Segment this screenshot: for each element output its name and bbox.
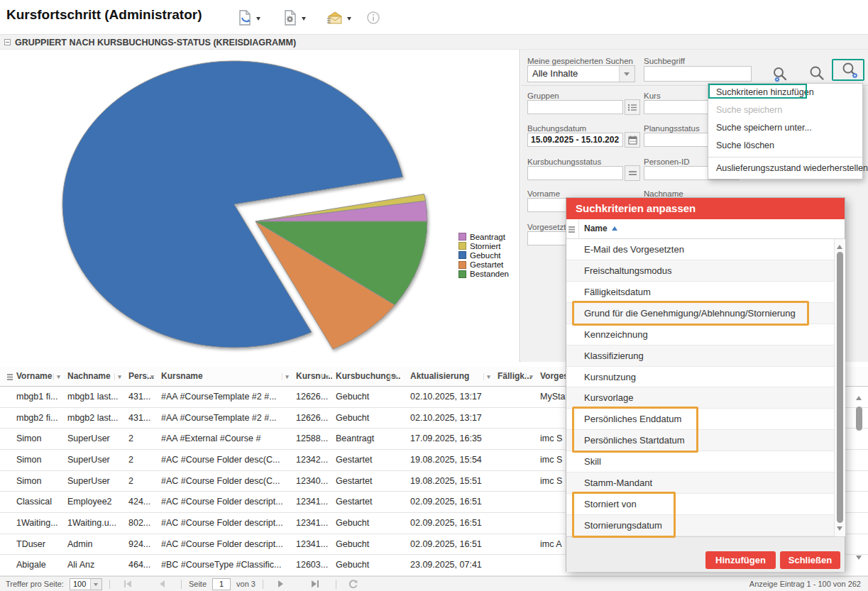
info-icon[interactable]: [366, 11, 383, 28]
table-cell: 12341...: [292, 534, 332, 555]
criteria-item-skill[interactable]: Skill: [566, 451, 834, 473]
drag-handle-icon[interactable]: [566, 219, 579, 239]
modal-scrollbar[interactable]: [834, 239, 845, 536]
criteria-item-storniert-von[interactable]: Storniert von: [566, 494, 834, 515]
filter-icon[interactable]: ▾: [53, 373, 63, 380]
next-page-icon[interactable]: [278, 580, 285, 588]
table-cell: Gestartet: [332, 492, 400, 512]
highlight-frame: [708, 84, 807, 99]
menu-item-suche-speichern-unter[interactable]: Suche speichern unter...: [708, 119, 862, 137]
table-cell: #AA #External #Course #: [158, 429, 292, 449]
saved-searches-select[interactable]: Alle Inhalte: [527, 65, 635, 82]
legend-label: Gebucht: [470, 251, 500, 260]
criteria-item-persönliches-startdatum[interactable]: Persönliches Startdatum: [566, 430, 834, 451]
table-menu-icon[interactable]: [0, 367, 13, 386]
table-scrollbar[interactable]: [853, 390, 864, 568]
filter-icon[interactable]: ▾: [322, 373, 331, 380]
menu-item-suchkriterien-hinzufügen[interactable]: Suchkriterien hinzufügen: [708, 84, 862, 101]
column-header-vorname[interactable]: Vorname▾: [13, 367, 64, 386]
criteria-item-kursnutzung[interactable]: Kursnutzung: [566, 367, 834, 388]
document-settings-icon[interactable]: [282, 9, 299, 26]
criteria-label: Kursvorlage: [584, 392, 633, 403]
search-icon[interactable]: [808, 65, 826, 83]
list-icon[interactable]: [625, 99, 640, 115]
filter-icon[interactable]: ▾: [390, 373, 400, 380]
criteria-label: Kursnutzung: [584, 372, 636, 382]
criteria-item-klassifizierung[interactable]: Klassifizierung: [566, 346, 834, 367]
refresh-icon[interactable]: [348, 579, 358, 590]
criteria-item-e-mail-des-vorgesetzten[interactable]: E-Mail des Vorgesetzten: [566, 239, 834, 260]
criteria-item-stornierungsdatum[interactable]: Stornierungsdatum: [566, 515, 834, 536]
page-number-input[interactable]: [212, 578, 231, 590]
legend-item-bestanden: Bestanden: [458, 270, 509, 279]
criteria-item-stamm-mandant[interactable]: Stamm-Mandant: [566, 473, 834, 494]
criteria-item-persönliches-enddatum[interactable]: Persönliches Enddatum: [566, 409, 834, 430]
filter-icon[interactable]: ▾: [114, 373, 124, 380]
filter-icon[interactable]: ▾: [483, 373, 493, 380]
saved-searches-label: Meine gespeicherten Suchen: [527, 57, 633, 65]
scroll-up-icon[interactable]: [837, 242, 842, 249]
column-header-fälligk[interactable]: Fälligk...▾: [494, 367, 537, 386]
menu-separator: [708, 157, 862, 158]
scroll-down-icon[interactable]: [856, 556, 862, 563]
filter-icon[interactable]: ▾: [526, 373, 536, 380]
criteria-item-kursvorlage[interactable]: Kursvorlage: [566, 387, 834, 409]
chevron-down-icon[interactable]: [619, 66, 634, 82]
mail-menu-caret[interactable]: [347, 17, 351, 23]
per-page-select[interactable]: 100: [70, 578, 102, 590]
criteria-label: Persönliches Enddatum: [584, 414, 681, 424]
field-label-kurs: Kurs: [644, 92, 661, 100]
add-button[interactable]: Hinzufügen: [705, 551, 776, 569]
name-column-header[interactable]: Name: [584, 223, 617, 233]
chart-legend: BeantragtStorniertGebuchtGestartetBestan…: [458, 232, 509, 279]
buchungsdatum-input[interactable]: [527, 133, 623, 147]
criteria-item-kennzeichnung[interactable]: Kennzeichnung: [566, 324, 834, 346]
search-settings-icon[interactable]: [771, 65, 789, 84]
field-label-vorgesetzt: Vorgesetzt: [527, 223, 566, 231]
search-term-label: Suchbegriff: [644, 57, 685, 65]
section-bar: GRUPPIERT NACH KURSBUCHUNGS-STATUS (KREI…: [0, 34, 868, 50]
criteria-item-freischaltungsmodus[interactable]: Freischaltungsmodus: [566, 260, 834, 282]
criteria-label: Skill: [584, 456, 601, 467]
chevron-down-icon[interactable]: [90, 579, 101, 590]
scrollbar-thumb[interactable]: [856, 407, 862, 431]
gruppen-input[interactable]: [527, 100, 623, 114]
calendar-icon[interactable]: [625, 132, 640, 148]
scroll-up-icon[interactable]: [856, 393, 862, 400]
filter-icon[interactable]: ▾: [282, 373, 292, 380]
criteria-item-fälligkeitsdatum[interactable]: Fälligkeitsdatum: [566, 282, 834, 303]
row-gutter: [0, 408, 13, 429]
kursbuchungsstatus-input[interactable]: [527, 166, 623, 180]
table-cell: Gebucht: [332, 387, 400, 407]
column-header-kursbuchungs[interactable]: Kursbuchungs...▾: [332, 367, 400, 386]
menu-item-suche-löschen[interactable]: Suche löschen: [708, 137, 862, 155]
criteria-label: Stamm-Mandant: [584, 477, 652, 488]
equals-icon[interactable]: [625, 165, 640, 181]
criteria-label: Persönliches Startdatum: [584, 435, 685, 446]
table-cell: TDuser: [13, 534, 64, 555]
table-cell: SuperUser: [64, 429, 125, 449]
document-settings-menu-caret[interactable]: [302, 17, 306, 23]
table-cell: mbgb1 last...: [64, 387, 125, 407]
search-term-input[interactable]: [644, 66, 752, 82]
close-button[interactable]: Schließen: [780, 551, 840, 569]
column-header-kursname[interactable]: Kursname▾: [158, 367, 292, 386]
table-cell: 424...: [125, 492, 158, 512]
column-header-nachname[interactable]: Nachname▾: [64, 367, 125, 386]
table-cell: #AA #CourseTemplate #2 #...: [158, 408, 292, 429]
table-cell: mbgb2 last...: [64, 408, 125, 429]
column-header-aktualisierung[interactable]: Aktualisierung▾: [400, 367, 494, 386]
column-header-kursnu[interactable]: Kursnu...▾: [292, 367, 332, 386]
mail-icon[interactable]: [326, 9, 343, 26]
collapse-icon[interactable]: [4, 39, 11, 45]
scroll-down-icon[interactable]: [837, 526, 842, 534]
filter-icon[interactable]: ▾: [147, 373, 157, 380]
export-icon[interactable]: [236, 9, 253, 26]
table-cell: SuperUser: [64, 450, 125, 470]
criteria-item-grund-für-die-genehmigung-ablehnung-stornierung[interactable]: Grund für die Genehmigung/Ablehnung/Stor…: [566, 303, 834, 324]
menu-item-auslieferungszustand-wiederherstellen[interactable]: Auslieferungszustand wiederherstellen: [708, 160, 862, 177]
scrollbar-thumb[interactable]: [837, 252, 843, 523]
column-header-pers[interactable]: Pers...▾: [125, 367, 158, 386]
export-menu-caret[interactable]: [256, 17, 260, 23]
last-page-icon[interactable]: [310, 580, 320, 588]
